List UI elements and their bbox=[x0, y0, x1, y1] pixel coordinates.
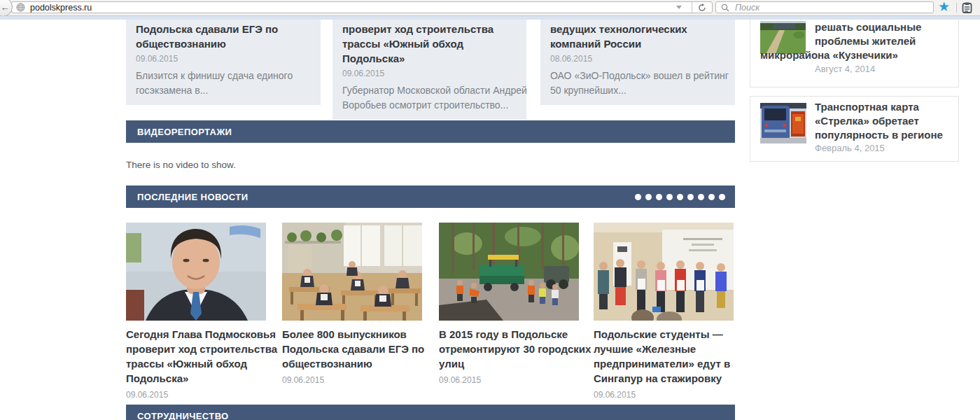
back-button[interactable]: ← bbox=[0, 0, 13, 17]
sidebar-title-line[interactable]: проблемы жителей bbox=[815, 34, 921, 48]
sidebar-image-tram[interactable] bbox=[760, 103, 806, 144]
pagination-dot[interactable] bbox=[677, 194, 683, 200]
news-image-classroom-exam[interactable] bbox=[282, 223, 422, 321]
sidebar-title-line[interactable]: микрорайона «Кузнечики» bbox=[760, 48, 898, 62]
globe-icon bbox=[16, 3, 25, 12]
news-date: 09.06.2015 bbox=[282, 375, 433, 385]
news-date: 09.06.2015 bbox=[439, 375, 589, 385]
search-input[interactable] bbox=[734, 2, 933, 13]
no-video-message: There is no video to show. bbox=[126, 160, 236, 170]
news-title[interactable]: Сегодня Глава Подмосковьяпроверит ход ст… bbox=[126, 327, 276, 386]
section-title: ВИДЕОРЕПОРТАЖИ bbox=[137, 127, 232, 137]
top-article-card[interactable]: проверит ход строительстватрассы «Южный … bbox=[332, 20, 526, 120]
article-date: 09.06.2015 bbox=[342, 69, 517, 78]
article-title[interactable]: ведущих технологическихкомпаний России bbox=[550, 22, 725, 51]
pagination-dot[interactable] bbox=[708, 194, 715, 200]
section-bar-video: ВИДЕОРЕПОРТАЖИ bbox=[126, 120, 735, 143]
article-title[interactable]: Подольска сдавали ЕГЭ пообществознанию bbox=[136, 22, 311, 51]
section-bar-latest-news: ПОСЛЕДНИЕ НОВОСТИ bbox=[126, 186, 735, 208]
pagination-dot[interactable] bbox=[666, 194, 673, 200]
browser-toolbar: podolskpress.ru ← ★ bbox=[0, 0, 980, 16]
search-box[interactable] bbox=[715, 1, 934, 13]
pagination-dot[interactable] bbox=[656, 194, 662, 200]
sidebar-title-line[interactable]: Транспортная карта bbox=[815, 100, 943, 114]
news-title[interactable]: В 2015 году в Подольскеотремонтируют 30 … bbox=[439, 327, 589, 371]
section-bar-cooperation: СОТРУДНИЧЕСТВО bbox=[126, 405, 735, 420]
article-title[interactable]: проверит ход строительстватрассы «Южный … bbox=[342, 22, 517, 66]
pagination-dot[interactable] bbox=[645, 194, 652, 200]
top-article-card[interactable]: Подольска сдавали ЕГЭ пообществознанию 0… bbox=[126, 20, 321, 105]
news-title[interactable]: Подольские студенты —лучшие «Железныепре… bbox=[594, 327, 744, 386]
sidebar-item[interactable]: Транспортная карта «Стрелка» обретает по… bbox=[750, 96, 959, 162]
pagination-dot[interactable] bbox=[687, 194, 694, 200]
pagination-dot[interactable] bbox=[719, 194, 725, 200]
bookmark-star-icon[interactable]: ★ bbox=[938, 0, 950, 15]
url-text[interactable]: podolskpress.ru bbox=[30, 3, 676, 13]
section-title: ПОСЛЕДНИЕ НОВОСТИ bbox=[137, 192, 248, 202]
article-date: 08.06.2015 bbox=[550, 54, 725, 64]
news-image-students-group[interactable] bbox=[594, 223, 734, 321]
urlbar-dropdown-icon[interactable] bbox=[676, 6, 682, 9]
sidebar-date: Февраль 4, 2015 bbox=[815, 143, 885, 153]
toolbar-separator bbox=[956, 3, 957, 13]
sidebar-date: Август 4, 2014 bbox=[815, 64, 875, 74]
article-date: 09.06.2015 bbox=[136, 54, 311, 64]
pagination-dot[interactable] bbox=[698, 194, 704, 200]
article-excerpt: ОАО «ЗиО-Подольск» вошел в рейтинг50 кру… bbox=[550, 69, 725, 98]
reload-button[interactable] bbox=[692, 2, 712, 13]
news-card[interactable]: Подольские студенты —лучшие «Железныепре… bbox=[594, 223, 744, 400]
top-article-card[interactable]: ведущих технологическихкомпаний России 0… bbox=[540, 20, 735, 105]
article-excerpt: Близится к финишу сдача единогогосэкзаме… bbox=[136, 69, 311, 98]
bookmarks-menu-icon[interactable] bbox=[962, 2, 972, 13]
news-date: 09.06.2015 bbox=[594, 390, 744, 400]
search-icon bbox=[721, 4, 729, 12]
sidebar-item[interactable]: решать социальные проблемы жителей микро… bbox=[750, 20, 959, 88]
news-card[interactable]: Более 800 выпускниковПодольска сдавали Е… bbox=[282, 223, 433, 385]
reload-icon bbox=[698, 4, 706, 12]
news-image-governor-portrait[interactable] bbox=[126, 223, 266, 321]
article-excerpt: Губернатор Московской области АндрейВоро… bbox=[342, 83, 517, 113]
sidebar-title-line[interactable]: популярность в регионе bbox=[815, 128, 943, 142]
browser-window: podolskpress.ru ← ★ bbox=[0, 0, 980, 420]
url-bar[interactable]: podolskpress.ru bbox=[11, 1, 713, 13]
section-title: СОТРУДНИЧЕСТВО bbox=[137, 411, 229, 420]
news-card[interactable]: Сегодня Глава Подмосковьяпроверит ход ст… bbox=[126, 223, 276, 400]
pagination-dots bbox=[635, 194, 725, 200]
news-title[interactable]: Более 800 выпускниковПодольска сдавали Е… bbox=[282, 327, 433, 371]
sidebar-title-line[interactable]: «Стрелка» обретает bbox=[815, 114, 943, 128]
news-image-road-repair[interactable] bbox=[439, 223, 579, 321]
news-card[interactable]: В 2015 году в Подольскеотремонтируют 30 … bbox=[439, 223, 589, 385]
news-date: 09.06.2015 bbox=[126, 390, 276, 400]
sidebar-title-line[interactable]: решать социальные bbox=[815, 20, 921, 34]
pagination-dot[interactable] bbox=[635, 194, 641, 200]
